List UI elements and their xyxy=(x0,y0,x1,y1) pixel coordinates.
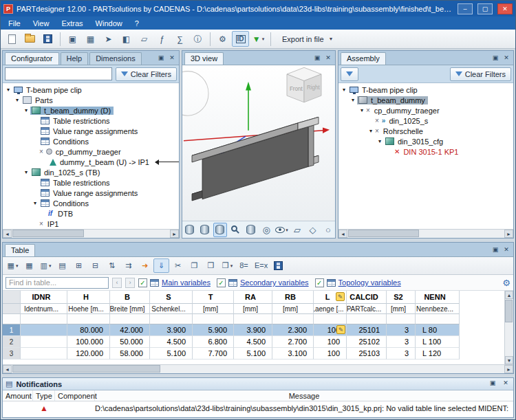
clear-filters-button[interactable]: Clear Filters xyxy=(450,67,511,81)
expander-icon[interactable]: ▾ xyxy=(376,138,384,144)
table-cell[interactable] xyxy=(21,348,67,360)
table-cell[interactable]: 100 xyxy=(314,336,347,348)
variables-icon[interactable]: ƒ xyxy=(153,31,171,47)
expander-icon[interactable]: ▾ xyxy=(31,200,39,206)
column-header-rb[interactable]: RB xyxy=(272,291,314,304)
wireframe-view-icon[interactable] xyxy=(213,223,227,237)
shaded-view-icon[interactable] xyxy=(182,223,196,237)
scroll-track[interactable] xyxy=(347,230,504,238)
table-cell[interactable]: 5.100 xyxy=(150,348,193,360)
notification-row[interactable]: ▲D:\cadenas\partsolutions\data\23d-libs\… xyxy=(3,401,513,415)
find-in-table-input[interactable] xyxy=(6,277,109,289)
page-layout-icon[interactable]: ▦ xyxy=(82,31,99,47)
table-cell[interactable]: 50.000 xyxy=(110,336,150,348)
scroll-track[interactable] xyxy=(12,230,170,238)
perspective-view-icon[interactable]: ○ xyxy=(321,223,335,237)
tree-item-din-1025-s-tb[interactable]: ▾din_1025_s (TB) xyxy=(3,167,179,177)
table-new-icon[interactable]: ▦▾ xyxy=(5,258,21,273)
scroll-down-icon[interactable]: ▼ xyxy=(505,356,513,364)
horizontal-scrollbar[interactable]: ◄ ► xyxy=(3,229,179,238)
column-header-t[interactable]: T xyxy=(193,291,234,304)
menu-window[interactable]: Window xyxy=(89,18,129,29)
filter-cell-idnr[interactable] xyxy=(21,314,67,324)
rows-transfer-icon[interactable]: ⇉ xyxy=(120,258,136,273)
scroll-right-icon[interactable]: ► xyxy=(504,365,513,373)
close-panel-icon[interactable]: ✕ xyxy=(501,378,510,388)
close-button[interactable]: ✕ xyxy=(497,3,513,14)
panel-splitter[interactable] xyxy=(1,374,515,376)
info-icon[interactable]: ⓘ xyxy=(189,31,206,47)
cut-icon[interactable]: ✂ xyxy=(170,258,186,273)
tree-item-t-beam-dummy[interactable]: ▾t_beam_dummy xyxy=(338,95,513,105)
dimensions-icon[interactable]: ▱ xyxy=(136,31,153,47)
expander-icon[interactable]: ▾ xyxy=(349,97,357,103)
apply-row-icon[interactable]: ➜ xyxy=(137,258,153,273)
float-panel-icon[interactable]: ▣ xyxy=(156,53,166,63)
main-variables-checkbox[interactable]: ✓ xyxy=(138,278,147,287)
tree-item-value-range-assignments[interactable]: Value range assignments xyxy=(3,126,179,136)
column-header-s2[interactable]: S2 xyxy=(387,291,416,304)
table-cell[interactable]: 25101 xyxy=(347,324,387,336)
table-open-icon[interactable]: ▦ xyxy=(21,258,37,273)
find-previous-icon[interactable]: ‹ xyxy=(112,278,122,288)
settings-icon[interactable]: ⚙ xyxy=(214,31,231,47)
filter-cell-rb[interactable] xyxy=(272,314,314,324)
table-cell[interactable]: 58.000 xyxy=(110,348,150,360)
tab-configurator[interactable]: Configurator xyxy=(5,52,59,65)
table-cell[interactable]: 42.000 xyxy=(110,324,150,336)
configurator-filter-input[interactable] xyxy=(5,67,112,80)
copy-icon[interactable]: ❐ xyxy=(186,258,202,273)
navigation-cube[interactable]: Front Right xyxy=(287,67,321,102)
menu-help[interactable]: ? xyxy=(129,18,145,29)
expander-icon[interactable]: ▾ xyxy=(367,128,375,134)
tree-item-dummy-t-beam-u-ip1[interactable]: dummy_t_beam (U) -> IP1 xyxy=(3,157,179,167)
table-cell[interactable] xyxy=(21,336,67,348)
scroll-thumb[interactable] xyxy=(348,230,419,237)
tree-item-t-beam-dummy-d[interactable]: ▾t_beam_dummy (D) xyxy=(3,105,179,115)
row-number[interactable]: 1 xyxy=(3,324,21,336)
expander-icon[interactable]: ▾ xyxy=(22,107,30,113)
table-cell[interactable]: 6.800 xyxy=(193,336,234,348)
tree-item-cp-dummy-traeger[interactable]: ×cp_dummy_traeger xyxy=(3,146,179,157)
column-header-nenn[interactable]: NENN xyxy=(416,291,460,304)
table-cell[interactable]: 2.300 xyxy=(272,324,314,336)
3d-preview-icon[interactable]: ◧ xyxy=(118,31,135,47)
horizontal-scrollbar[interactable]: ◄ ► xyxy=(338,229,513,238)
take-line-icon[interactable]: ⇓ xyxy=(153,258,169,273)
tree-item-conditions[interactable]: Conditions xyxy=(3,136,179,146)
table-cell[interactable]: 3 xyxy=(387,336,416,348)
id-mode-icon[interactable]: ID xyxy=(232,31,249,47)
tree-item-parts[interactable]: ▾Parts xyxy=(3,95,179,105)
column-header-l[interactable]: L✎ xyxy=(314,291,347,304)
column-header-ra[interactable]: RA xyxy=(234,291,272,304)
table-cell[interactable]: 25102 xyxy=(347,336,387,348)
float-panel-icon[interactable]: ▣ xyxy=(491,245,500,254)
table-cell[interactable]: 3.100 xyxy=(272,348,314,360)
close-panel-icon[interactable]: ✕ xyxy=(323,53,333,63)
column-header-h[interactable]: H xyxy=(67,291,110,304)
table-cell[interactable]: 5.900 xyxy=(193,324,234,336)
table-cell[interactable]: 4.500 xyxy=(234,336,272,348)
table-cell[interactable]: L 100 xyxy=(416,336,460,348)
vertical-scrollbar[interactable]: ▲ ▼ xyxy=(504,291,513,364)
scroll-left-icon[interactable]: ◄ xyxy=(3,365,12,373)
export-in-file-button[interactable]: Export in file ▼ xyxy=(275,32,341,47)
table-cell[interactable]: L 80 xyxy=(416,324,460,336)
find-next-icon[interactable]: › xyxy=(125,278,135,288)
table-columns-icon[interactable]: ▥▾ xyxy=(38,258,54,273)
table-cell[interactable]: 100✎ xyxy=(314,324,347,336)
paste-icon[interactable]: ❒ xyxy=(203,258,219,273)
scroll-track[interactable] xyxy=(505,299,513,356)
close-panel-icon[interactable]: ✕ xyxy=(502,245,511,254)
expander-icon[interactable]: ▾ xyxy=(13,97,21,103)
expression-icon[interactable]: E=x xyxy=(252,258,270,273)
save-table-icon[interactable] xyxy=(270,258,286,273)
table-cell[interactable]: 80.000 xyxy=(67,324,110,336)
filter-cell-ra[interactable] xyxy=(234,314,272,324)
column-header-b[interactable]: B xyxy=(110,291,150,304)
secondary-variables-checkbox[interactable]: ✓ xyxy=(217,278,226,287)
table-cell[interactable]: 3 xyxy=(387,348,416,360)
topology-variables-link[interactable]: Topology variables xyxy=(338,278,401,287)
column-header-s[interactable]: S xyxy=(150,291,193,304)
scroll-thumb[interactable] xyxy=(12,365,160,373)
